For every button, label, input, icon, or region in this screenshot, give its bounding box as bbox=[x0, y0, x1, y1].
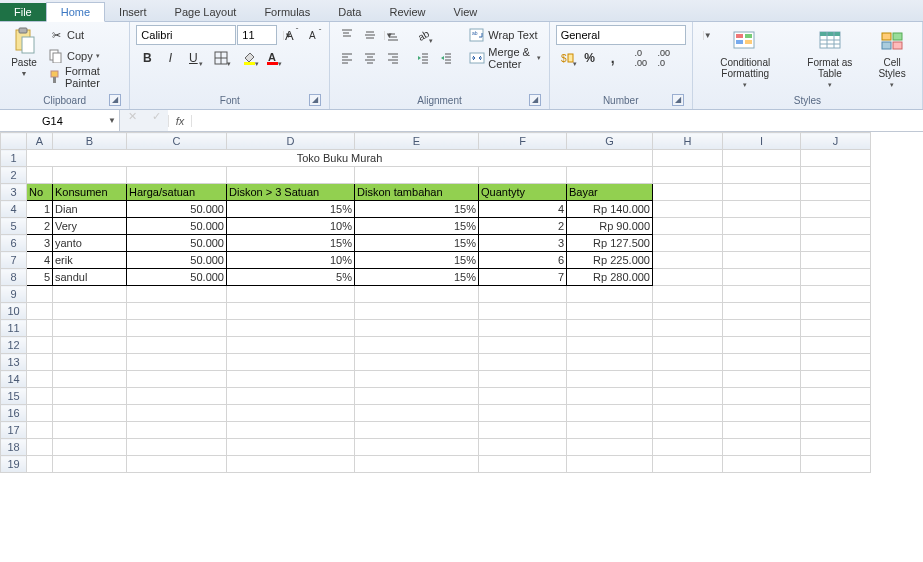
conditional-formatting-button[interactable]: Conditional Formatting ▾ bbox=[699, 25, 792, 91]
cell-E5[interactable]: 15% bbox=[355, 218, 479, 235]
cell-J13[interactable] bbox=[801, 354, 871, 371]
increase-font-button[interactable]: Aˆ bbox=[278, 25, 300, 45]
cell-D15[interactable] bbox=[227, 388, 355, 405]
cell-E6[interactable]: 15% bbox=[355, 235, 479, 252]
cell-G5[interactable]: Rp 90.000 bbox=[567, 218, 653, 235]
cell-J3[interactable] bbox=[801, 184, 871, 201]
cell-C2[interactable] bbox=[127, 167, 227, 184]
cell-A17[interactable] bbox=[27, 422, 53, 439]
col-header-A[interactable]: A bbox=[27, 133, 53, 150]
cell-A2[interactable] bbox=[27, 167, 53, 184]
cell-E13[interactable] bbox=[355, 354, 479, 371]
align-right-button[interactable] bbox=[382, 48, 404, 68]
row-header-7[interactable]: 7 bbox=[1, 252, 27, 269]
align-left-button[interactable] bbox=[336, 48, 358, 68]
cell-A5[interactable]: 2 bbox=[27, 218, 53, 235]
cell-J6[interactable] bbox=[801, 235, 871, 252]
tab-view[interactable]: View bbox=[440, 3, 492, 21]
cell-I1[interactable] bbox=[723, 150, 801, 167]
cell-D13[interactable] bbox=[227, 354, 355, 371]
cell-G12[interactable] bbox=[567, 337, 653, 354]
fx-icon[interactable]: fx bbox=[168, 115, 192, 127]
cell-H1[interactable] bbox=[653, 150, 723, 167]
decrease-indent-button[interactable] bbox=[412, 48, 434, 68]
align-center-button[interactable] bbox=[359, 48, 381, 68]
font-color-button[interactable]: A bbox=[261, 48, 283, 68]
cell-C14[interactable] bbox=[127, 371, 227, 388]
cell-F7[interactable]: 6 bbox=[479, 252, 567, 269]
cell-A10[interactable] bbox=[27, 303, 53, 320]
cell-J18[interactable] bbox=[801, 439, 871, 456]
row-header-10[interactable]: 10 bbox=[1, 303, 27, 320]
cell-A16[interactable] bbox=[27, 405, 53, 422]
select-all-corner[interactable] bbox=[1, 133, 27, 150]
copy-button[interactable]: Copy ▾ bbox=[46, 46, 123, 66]
align-top-button[interactable] bbox=[336, 25, 358, 45]
cell-B16[interactable] bbox=[53, 405, 127, 422]
cell-J12[interactable] bbox=[801, 337, 871, 354]
col-header-G[interactable]: G bbox=[567, 133, 653, 150]
cell-G9[interactable] bbox=[567, 286, 653, 303]
tab-page-layout[interactable]: Page Layout bbox=[161, 3, 251, 21]
align-middle-button[interactable] bbox=[359, 25, 381, 45]
cell-H14[interactable] bbox=[653, 371, 723, 388]
cell-C17[interactable] bbox=[127, 422, 227, 439]
decrease-decimal-button[interactable]: .00.0 bbox=[653, 48, 675, 68]
chevron-down-icon[interactable]: ▼ bbox=[105, 116, 119, 125]
cell-D5[interactable]: 10% bbox=[227, 218, 355, 235]
cell-F2[interactable] bbox=[479, 167, 567, 184]
cell-D4[interactable]: 15% bbox=[227, 201, 355, 218]
cell-H19[interactable] bbox=[653, 456, 723, 473]
tab-home[interactable]: Home bbox=[46, 2, 105, 22]
cell-E8[interactable]: 15% bbox=[355, 269, 479, 286]
row-header-8[interactable]: 8 bbox=[1, 269, 27, 286]
row-header-5[interactable]: 5 bbox=[1, 218, 27, 235]
cell-F13[interactable] bbox=[479, 354, 567, 371]
cell-I2[interactable] bbox=[723, 167, 801, 184]
cell-F9[interactable] bbox=[479, 286, 567, 303]
cell-H15[interactable] bbox=[653, 388, 723, 405]
cell-E19[interactable] bbox=[355, 456, 479, 473]
cell-A12[interactable] bbox=[27, 337, 53, 354]
increase-indent-button[interactable] bbox=[435, 48, 457, 68]
tab-data[interactable]: Data bbox=[324, 3, 375, 21]
cell-G3[interactable]: Bayar bbox=[567, 184, 653, 201]
cell-D8[interactable]: 5% bbox=[227, 269, 355, 286]
cell-J15[interactable] bbox=[801, 388, 871, 405]
fill-color-button[interactable] bbox=[238, 48, 260, 68]
cell-B2[interactable] bbox=[53, 167, 127, 184]
cell-E11[interactable] bbox=[355, 320, 479, 337]
cell-A4[interactable]: 1 bbox=[27, 201, 53, 218]
cell-I17[interactable] bbox=[723, 422, 801, 439]
comma-button[interactable]: , bbox=[602, 48, 624, 68]
enter-formula-button[interactable]: ✓ bbox=[144, 110, 168, 131]
cell-J4[interactable] bbox=[801, 201, 871, 218]
cell-E14[interactable] bbox=[355, 371, 479, 388]
cell-D2[interactable] bbox=[227, 167, 355, 184]
cell-B12[interactable] bbox=[53, 337, 127, 354]
cell-A9[interactable] bbox=[27, 286, 53, 303]
cell-H4[interactable] bbox=[653, 201, 723, 218]
cell-I19[interactable] bbox=[723, 456, 801, 473]
cell-B18[interactable] bbox=[53, 439, 127, 456]
cell-G17[interactable] bbox=[567, 422, 653, 439]
tab-review[interactable]: Review bbox=[375, 3, 439, 21]
cell-H7[interactable] bbox=[653, 252, 723, 269]
cell-G11[interactable] bbox=[567, 320, 653, 337]
cell-B4[interactable]: Dian bbox=[53, 201, 127, 218]
row-header-18[interactable]: 18 bbox=[1, 439, 27, 456]
cell-B13[interactable] bbox=[53, 354, 127, 371]
cell-E15[interactable] bbox=[355, 388, 479, 405]
cell-I13[interactable] bbox=[723, 354, 801, 371]
cell-F15[interactable] bbox=[479, 388, 567, 405]
cell-D12[interactable] bbox=[227, 337, 355, 354]
cell-F14[interactable] bbox=[479, 371, 567, 388]
cell-D17[interactable] bbox=[227, 422, 355, 439]
cell-F17[interactable] bbox=[479, 422, 567, 439]
cell-E3[interactable]: Diskon tambahan bbox=[355, 184, 479, 201]
cell-J8[interactable] bbox=[801, 269, 871, 286]
cell-F6[interactable]: 3 bbox=[479, 235, 567, 252]
col-header-E[interactable]: E bbox=[355, 133, 479, 150]
cell-D6[interactable]: 15% bbox=[227, 235, 355, 252]
merge-center-button[interactable]: Merge & Center ▾ bbox=[467, 48, 542, 68]
